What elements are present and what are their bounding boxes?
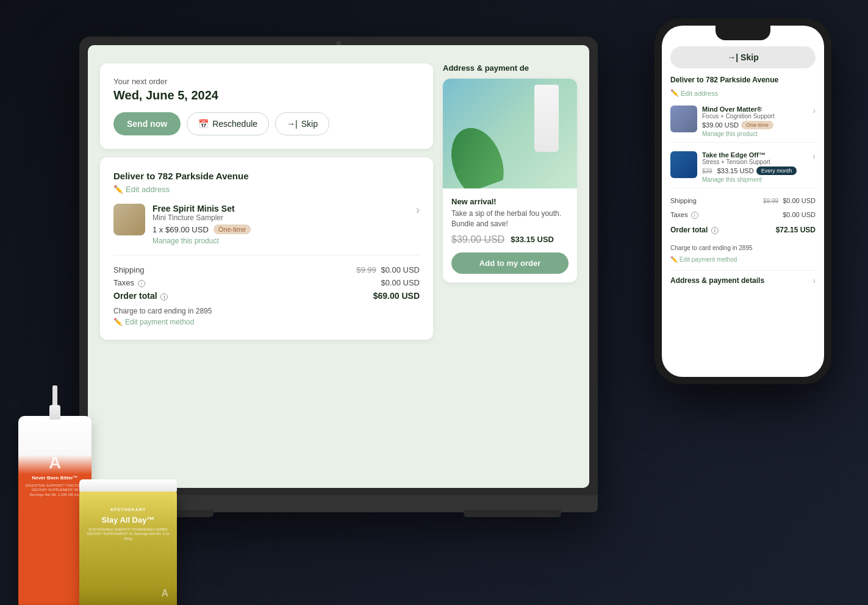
calendar-icon: 📅 xyxy=(198,119,209,129)
shipping-strike: $9.99 xyxy=(356,265,376,274)
product-thumbnail xyxy=(113,204,145,235)
phone-product-sub-2: Stress + Tension Support xyxy=(702,159,808,165)
phone-product-thumb-2 xyxy=(670,151,697,178)
promo-new-arrival: New arrival! xyxy=(451,197,569,206)
slay-jar: APOTHÉKARY Slay All Day™ SUSTAINABLE ENE… xyxy=(79,489,177,605)
promo-bottle-decoration xyxy=(534,85,559,152)
delivery-card: Deliver to 782 Parkside Avenue ✏️ Edit a… xyxy=(100,157,433,340)
phone-product-thumb-1 xyxy=(670,106,697,132)
phone-product-name-1: Mind Over Matter® xyxy=(702,106,808,113)
phone-taxes-value: $0.00 USD xyxy=(783,211,816,219)
bottle-dropper xyxy=(52,385,57,407)
jar-lid xyxy=(79,479,177,492)
send-now-button[interactable]: Send now xyxy=(113,112,181,135)
jar-tagline: SUSTAINABLE ENERGY* POWDERED HERBS DIETA… xyxy=(85,528,171,542)
promo-body: New arrival! Take a sip of the herbal fo… xyxy=(443,188,577,282)
phone-shipping-value: $0.00 USD xyxy=(783,197,816,204)
phone-content: →| Skip Deliver to 782 Parkside Avenue ✏… xyxy=(662,40,824,377)
phone-notch xyxy=(716,26,770,40)
phone-badge-1: One-time xyxy=(741,121,773,129)
bottle-cap xyxy=(49,405,60,420)
jar-logo: A xyxy=(161,588,168,599)
order-actions: Send now 📅 Reschedule →| Skip xyxy=(113,112,420,135)
laptop-foot-right xyxy=(464,510,561,517)
phone-product-info-2: Take the Edge Off™ Stress + Tension Supp… xyxy=(702,151,808,183)
promo-price-current: $33.15 USD xyxy=(511,235,554,244)
phone-shipping-row: Shipping $9.99 $0.00 USD xyxy=(670,197,816,204)
phone-edit-payment[interactable]: ✏️ Edit payment method xyxy=(670,256,816,263)
product-info: Free Spirit Minis Set Mini Tincture Samp… xyxy=(152,204,409,245)
phone-price-strike-2: $39 xyxy=(702,168,712,174)
phone-chevron-2: › xyxy=(812,151,816,161)
foreground-products: APOTHÉKARY A Never Been Bitter™ DIGESTIV… xyxy=(18,416,177,605)
phone-product-row-2: Take the Edge Off™ Stress + Tension Supp… xyxy=(670,151,816,188)
order-total-value: $69.00 USD xyxy=(373,291,420,301)
edit-payment-link[interactable]: ✏️ Edit payment method xyxy=(113,318,420,326)
phone-pencil-icon: ✏️ xyxy=(670,89,679,97)
phone-price-1: $39.00 USD xyxy=(702,121,739,129)
manage-product-link[interactable]: Manage this product xyxy=(152,237,409,245)
order-total-row: Order total i $69.00 USD xyxy=(113,291,420,301)
order-total-info-icon[interactable]: i xyxy=(160,293,168,301)
bottle-brand: APOTHÉKARY xyxy=(24,446,85,451)
phone-manage-2[interactable]: Manage this shipment xyxy=(702,176,808,183)
shipping-row: Shipping $9.99 $0.00 USD xyxy=(113,265,420,274)
phone-taxes-row: Taxes i $0.00 USD xyxy=(670,211,816,219)
right-panel: Address & payment de New arrival! Take a… xyxy=(443,63,577,476)
phone-order-total-value: $72.15 USD xyxy=(776,226,816,234)
onetime-badge: One-time xyxy=(213,224,251,234)
phone-screen: →| Skip Deliver to 782 Parkside Avenue ✏… xyxy=(662,26,824,377)
address-payment-header: Address & payment de xyxy=(443,63,577,73)
pencil-payment-icon: ✏️ xyxy=(113,318,123,326)
phone-chevron-1: › xyxy=(812,106,816,115)
phone-price-2: $33.15 USD xyxy=(717,167,754,174)
charge-text: Charge to card ending in 2895 xyxy=(113,307,420,315)
next-order-date: Wed, June 5, 2024 xyxy=(113,88,420,102)
taxes-row: Taxes i $0.00 USD xyxy=(113,278,420,287)
promo-price-strike: $39.00 USD xyxy=(451,234,504,245)
phone-product-name-2: Take the Edge Off™ xyxy=(702,151,808,159)
phone-badge-2: Every month xyxy=(756,166,797,175)
chevron-right-icon: › xyxy=(416,204,420,217)
phone-address-payment-label: Address & payment details xyxy=(670,276,764,285)
phone-charge-text: Charge to card ending in 2895 xyxy=(670,245,816,251)
phone-edit-address[interactable]: ✏️ Edit address xyxy=(670,89,816,97)
phone-device: →| Skip Deliver to 782 Parkside Avenue ✏… xyxy=(655,18,831,384)
phone-shipping-strike: $9.99 xyxy=(763,198,778,204)
promo-image xyxy=(443,79,577,188)
phone-manage-1[interactable]: Manage this product xyxy=(702,131,808,137)
bottle-label: APOTHÉKARY A Never Been Bitter™ DIGESTIV… xyxy=(24,446,85,498)
pencil-icon: ✏️ xyxy=(113,185,123,194)
phone-pencil-payment-icon: ✏️ xyxy=(670,256,678,263)
phone-order-total-row: Order total i $72.15 USD xyxy=(670,226,816,234)
phone-order-total-info[interactable]: i xyxy=(711,227,719,234)
product-price-row: 1 x $69.00 USD One-time xyxy=(152,224,409,234)
phone-address-payment-row: Address & payment details › xyxy=(670,270,816,285)
skip-arrow-icon: →| xyxy=(287,119,298,129)
bottle-logo: A xyxy=(24,453,85,473)
phone-price-row-2: $39 $33.15 USD Every month xyxy=(702,166,808,175)
edit-address-link[interactable]: ✏️ Edit address xyxy=(113,185,420,194)
phone-price-row-1: $39.00 USD One-time xyxy=(702,121,808,129)
phone-deliver-address: Deliver to 782 Parkside Avenue xyxy=(670,76,816,84)
add-to-order-button[interactable]: Add to my order xyxy=(451,252,569,274)
product-price: 1 x $69.00 USD xyxy=(152,225,209,234)
phone-taxes-info-icon[interactable]: i xyxy=(691,212,698,219)
bottle-product-name: Never Been Bitter™ xyxy=(24,475,85,481)
taxes-info-icon[interactable]: i xyxy=(138,280,145,287)
reschedule-button[interactable]: 📅 Reschedule xyxy=(187,112,269,135)
deliver-title: Deliver to 782 Parkside Avenue xyxy=(113,171,420,181)
taxes-value: $0.00 USD xyxy=(381,278,420,287)
jar-brand: APOTHÉKARY xyxy=(85,507,171,512)
phone-address-chevron: › xyxy=(812,276,816,285)
next-order-label: Your next order xyxy=(113,77,420,86)
product-row: Free Spirit Minis Set Mini Tincture Samp… xyxy=(113,204,420,256)
left-panel: Your next order Wed, June 5, 2024 Send n… xyxy=(100,63,433,476)
bottle-tagline: DIGESTIVE SUPPORT* TINCTURE DIETARY SUPP… xyxy=(24,484,85,498)
skip-button[interactable]: →| Skip xyxy=(275,112,329,135)
jar-label: APOTHÉKARY Slay All Day™ SUSTAINABLE ENE… xyxy=(85,507,171,542)
phone-skip-button[interactable]: →| Skip xyxy=(670,46,816,68)
product-subtitle: Mini Tincture Sampler xyxy=(152,213,409,222)
promo-price-row: $39.00 USD $33.15 USD xyxy=(451,234,569,245)
jar-product-name: Slay All Day™ xyxy=(85,515,171,525)
